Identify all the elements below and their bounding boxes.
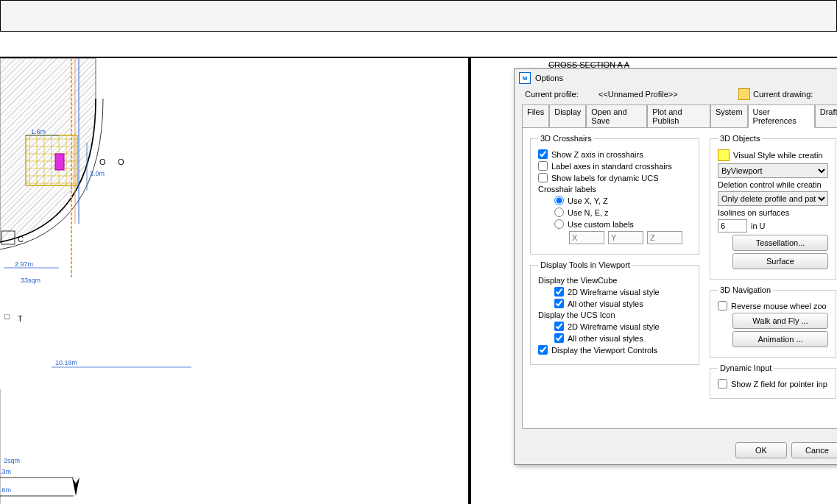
custom-x-input[interactable] [569,231,604,244]
svg-text:.3m: .3m [0,468,11,475]
walk-and-fly-button[interactable]: Walk and Fly ... [732,313,828,329]
svg-rect-4 [55,154,64,170]
show-z-field-checkbox[interactable] [718,379,727,388]
svg-text:T: T [18,314,23,323]
display-ucs-icon-label: Display the UCS Icon [538,310,691,319]
use-custom-radio[interactable] [554,219,564,229]
tab-body: 3D Crosshairs Show Z axis in crosshairs … [522,127,837,429]
svg-text:33sqm: 33sqm [21,277,40,284]
cad-drawing-area[interactable]: 1.6m 3.0m 2.97m 33sqm 10.18m 2sqm .3m .6… [0,58,471,504]
display-tools-legend: Display Tools in Viewport [538,260,632,269]
3d-crosshairs-legend: 3D Crosshairs [538,134,594,143]
3d-navigation-legend: 3D Navigation [718,285,773,294]
reverse-wheel-label: Reverse mouse wheel zoo [731,302,827,310]
svg-text:O: O [99,157,106,166]
svg-text:O: O [118,157,124,166]
custom-y-input[interactable] [608,231,643,244]
visual-style-label: Visual Style while creatin [733,151,822,160]
svg-text:1.6m: 1.6m [31,128,46,135]
isolines-u-input[interactable] [718,219,747,233]
dialog-buttons: OK Cance [515,436,837,464]
tabs-bar: Files Display Open and Save Plot and Pub… [522,104,837,127]
use-nez-label: Use N, E, z [568,208,609,217]
isolines-label: Isolines on surfaces [718,208,828,217]
crosshair-labels-label: Crosshair labels [538,185,691,194]
in-u-label: in U [751,221,766,230]
tab-user-preferences[interactable]: User Preferences [748,104,815,128]
svg-text:.6m: .6m [0,486,11,494]
3d-navigation-group: 3D Navigation Reverse mouse wheel zoo Wa… [710,285,836,358]
cancel-button[interactable]: Cance [791,442,837,458]
viewport-controls-label: Display the Viewport Controls [551,346,657,355]
3d-crosshairs-group: 3D Crosshairs Show Z axis in crosshairs … [530,134,699,255]
dynamic-input-legend: Dynamic Input [718,363,774,372]
label-axes-checkbox[interactable] [538,161,548,171]
deletion-control-label: Deletion control while creatin [718,180,828,189]
tab-open-and-save[interactable]: Open and Save [586,104,647,128]
ucs-all-other-label: All other visual styles [568,334,643,343]
show-labels-dyn-ucs-label: Show labels for dynamic UCS [551,174,659,182]
svg-text:10.18m: 10.18m [55,359,77,366]
viewcube-all-other-checkbox[interactable] [554,299,564,308]
ok-button[interactable]: OK [735,442,787,458]
top-toolbar [0,0,837,32]
viewcube-2d-wire-label: 2D Wireframe visual style [568,288,660,297]
tab-drafting[interactable]: Drafti [815,104,837,128]
animation-button[interactable]: Animation ... [732,331,828,347]
tab-plot-and-publish[interactable]: Plot and Publish [647,104,710,128]
svg-text:3.0m: 3.0m [90,170,105,177]
3d-objects-legend: 3D Objects [718,134,762,143]
app-icon: M [519,72,531,84]
display-tools-group: Display Tools in Viewport Display the Vi… [530,260,699,365]
drawing-icon [738,88,750,100]
tab-files[interactable]: Files [522,104,549,128]
current-profile-label: Current profile: [525,90,598,99]
ucs-2d-wire-checkbox[interactable] [554,322,564,331]
options-dialog: M Options Current profile: <<Unnamed Pro… [514,68,837,465]
cad-drawing: 1.6m 3.0m 2.97m 33sqm 10.18m 2sqm .3m .6… [0,58,471,504]
reverse-wheel-checkbox[interactable] [718,301,727,310]
3d-objects-group: 3D Objects Visual Style while creatin By… [710,134,836,280]
show-labels-dyn-ucs-checkbox[interactable] [538,173,548,182]
use-nez-radio[interactable] [554,207,564,217]
viewcube-2d-wire-checkbox[interactable] [554,287,564,297]
visual-style-select[interactable]: ByViewport [718,163,828,178]
svg-text:2sqm: 2sqm [4,457,20,464]
svg-text:2.97m: 2.97m [15,260,33,268]
use-custom-label: Use custom labels [568,220,634,229]
svg-text:C: C [18,235,24,244]
use-xyz-label: Use X, Y, Z [568,196,608,205]
viewcube-all-other-label: All other visual styles [568,299,643,308]
tessellation-button[interactable]: Tessellation... [732,235,828,251]
show-z-field-label: Show Z field for pointer inp [731,380,827,388]
dynamic-input-group: Dynamic Input Show Z field for pointer i… [710,363,836,399]
show-z-axis-label: Show Z axis in crosshairs [551,150,643,159]
custom-z-input[interactable] [647,231,682,244]
svg-rect-3 [26,135,77,185]
deletion-control-select[interactable]: Only delete profile and path c [718,191,828,206]
svg-text:□: □ [4,312,10,321]
current-drawing-label: Current drawing: [753,90,813,99]
current-profile-value: <<Unnamed Profile>> [598,90,738,99]
surface-button[interactable]: Surface [732,253,828,269]
ucs-2d-wire-label: 2D Wireframe visual style [568,322,660,331]
viewport-controls-checkbox[interactable] [538,345,548,355]
ucs-all-other-checkbox[interactable] [554,333,564,343]
label-axes-label: Label axes in standard crosshairs [551,162,672,171]
use-xyz-radio[interactable] [554,196,564,205]
visual-style-icon [718,149,730,161]
tab-system[interactable]: System [710,104,748,128]
tab-display[interactable]: Display [549,104,586,128]
display-viewcube-label: Display the ViewCube [538,276,691,285]
show-z-axis-checkbox[interactable] [538,149,548,159]
dialog-title-text: Options [535,74,563,82]
